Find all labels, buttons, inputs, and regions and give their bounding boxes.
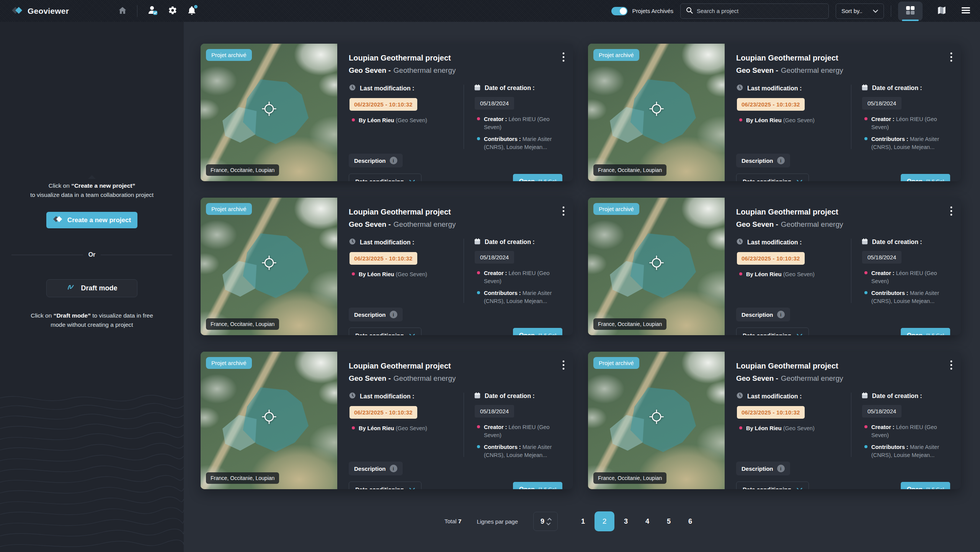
app-title: Geoviewer bbox=[28, 7, 69, 16]
data-conditioning-button[interactable]: Data conditioning bbox=[349, 174, 421, 181]
data-conditioning-button[interactable]: Data conditioning bbox=[349, 328, 421, 335]
card-menu-button[interactable] bbox=[562, 52, 565, 63]
open-project-button[interactable]: Open [1,5 Go] bbox=[513, 328, 562, 335]
description-chip[interactable]: Description i bbox=[736, 308, 790, 321]
sort-by-dropdown[interactable]: Sort by.. bbox=[836, 3, 884, 19]
page-button-2[interactable]: 2 bbox=[595, 511, 614, 531]
rows-per-page-label: Lignes par page bbox=[477, 518, 518, 525]
project-map-thumbnail[interactable]: Projet archivé France, Occitanie, Loupia… bbox=[201, 352, 337, 489]
open-label: Open bbox=[907, 486, 923, 489]
creation-column: Date of creation : 05/18/2024 Creator : … bbox=[474, 238, 562, 305]
notification-dot bbox=[194, 5, 198, 8]
search-input[interactable] bbox=[697, 8, 823, 14]
data-conditioning-button[interactable]: Data conditioning bbox=[736, 174, 809, 181]
data-conditioning-label: Data conditioning bbox=[743, 178, 791, 181]
archived-badge: Projet archivé bbox=[206, 49, 252, 61]
header-divider bbox=[891, 5, 891, 17]
pink-bullet-icon bbox=[352, 426, 355, 429]
crosshair-icon bbox=[649, 255, 664, 272]
draft-mode-label: Draft mode bbox=[81, 284, 117, 292]
pagination-bar: Total 7 Lignes par page 9 123456 bbox=[184, 511, 961, 531]
data-conditioning-button[interactable]: Data conditioning bbox=[349, 482, 421, 489]
description-label: Description bbox=[354, 157, 386, 164]
clock-icon bbox=[736, 392, 743, 401]
open-project-button[interactable]: Open [1,5 Go] bbox=[513, 174, 562, 181]
page-button-5[interactable]: 5 bbox=[659, 511, 679, 531]
card-column-divider bbox=[851, 393, 851, 457]
project-map-thumbnail[interactable]: Projet archivé France, Occitanie, Loupia… bbox=[588, 44, 725, 181]
crosshair-icon bbox=[649, 409, 664, 426]
date-of-creation-label: Date of creation : bbox=[485, 393, 535, 400]
project-subtitle: Geo Seven - Geothermal energy bbox=[736, 220, 950, 229]
page-button-4[interactable]: 4 bbox=[637, 511, 657, 531]
project-subtitle: Geo Seven - Geothermal energy bbox=[736, 66, 950, 75]
data-conditioning-button[interactable]: Data conditioning bbox=[736, 328, 809, 335]
open-project-button[interactable]: Open [1,5 Go] bbox=[901, 174, 950, 181]
data-conditioning-label: Data conditioning bbox=[355, 178, 404, 181]
project-card: Projet archivé France, Occitanie, Loupia… bbox=[201, 198, 573, 335]
project-subtitle: Geo Seven - Geothermal energy bbox=[349, 66, 562, 75]
last-modification-date: 06/23/2025 - 10:10:32 bbox=[350, 406, 417, 419]
project-size: [1,5 Go] bbox=[926, 179, 944, 181]
grid-view-button[interactable] bbox=[898, 2, 923, 21]
data-conditioning-label: Data conditioning bbox=[355, 332, 404, 335]
page-button-1[interactable]: 1 bbox=[573, 511, 593, 531]
project-size: [1,5 Go] bbox=[539, 486, 556, 489]
calendar-icon bbox=[861, 84, 868, 92]
card-menu-button[interactable] bbox=[950, 360, 952, 371]
last-modification-label: Last modification : bbox=[360, 85, 414, 92]
chevron-down-icon bbox=[797, 332, 802, 335]
archived-projects-toggle[interactable] bbox=[611, 7, 627, 15]
card-menu-button[interactable] bbox=[950, 206, 952, 217]
modified-by-row: By Léon Rieu (Geo Seven) bbox=[349, 424, 464, 432]
data-conditioning-label: Data conditioning bbox=[743, 486, 791, 489]
calendar-icon bbox=[861, 392, 868, 400]
card-menu-button[interactable] bbox=[562, 206, 565, 217]
project-title: Loupian Geothermal project bbox=[349, 208, 562, 216]
page-button-6[interactable]: 6 bbox=[680, 511, 700, 531]
create-new-project-button[interactable]: Create a new project bbox=[46, 212, 137, 228]
card-menu-button[interactable] bbox=[950, 52, 952, 63]
project-size: [1,5 Go] bbox=[926, 486, 944, 489]
description-chip[interactable]: Description i bbox=[736, 154, 790, 167]
project-org: Geo Seven - bbox=[736, 220, 778, 229]
contributors-row: Contributors : Marie Asiter (CNRS), Loui… bbox=[474, 289, 561, 305]
settings-button[interactable] bbox=[168, 6, 177, 16]
open-project-button[interactable]: Open [1,5 Go] bbox=[513, 482, 562, 489]
draft-mode-button[interactable]: Draft mode bbox=[46, 279, 137, 297]
calendar-icon bbox=[474, 84, 481, 92]
notifications-button[interactable] bbox=[187, 6, 196, 16]
data-conditioning-button[interactable]: Data conditioning bbox=[736, 482, 809, 489]
main-menu-button[interactable] bbox=[961, 6, 971, 16]
total-count: Total 7 bbox=[444, 518, 461, 525]
calendar-icon bbox=[861, 238, 868, 246]
creation-date: 05/18/2024 bbox=[475, 251, 514, 264]
description-chip[interactable]: Description i bbox=[736, 462, 790, 475]
map-view-button[interactable] bbox=[929, 2, 954, 21]
account-button[interactable] bbox=[147, 5, 158, 16]
project-map-thumbnail[interactable]: Projet archivé France, Occitanie, Loupia… bbox=[201, 198, 337, 335]
project-card-content: Loupian Geothermal project Geo Seven - G… bbox=[337, 198, 573, 335]
card-menu-button[interactable] bbox=[562, 360, 565, 371]
open-project-button[interactable]: Open [1,5 Go] bbox=[901, 328, 950, 335]
rows-per-page-stepper[interactable]: 9 bbox=[533, 512, 558, 531]
description-chip[interactable]: Description i bbox=[349, 154, 403, 167]
description-chip[interactable]: Description i bbox=[349, 308, 403, 321]
crosshair-icon bbox=[261, 101, 277, 118]
description-chip[interactable]: Description i bbox=[349, 462, 403, 475]
open-project-button[interactable]: Open [1,5 Go] bbox=[901, 482, 950, 489]
page-button-3[interactable]: 3 bbox=[616, 511, 636, 531]
pink-bullet-icon bbox=[864, 117, 867, 120]
project-map-thumbnail[interactable]: Projet archivé France, Occitanie, Loupia… bbox=[201, 44, 337, 181]
bell-icon bbox=[187, 6, 196, 16]
hamburger-menu-icon bbox=[961, 6, 971, 16]
project-category: Geothermal energy bbox=[781, 220, 843, 229]
project-subtitle: Geo Seven - Geothermal energy bbox=[349, 374, 562, 383]
project-map-thumbnail[interactable]: Projet archivé France, Occitanie, Loupia… bbox=[588, 198, 725, 335]
card-column-divider bbox=[851, 85, 851, 149]
home-button[interactable] bbox=[118, 6, 127, 16]
project-map-thumbnail[interactable]: Projet archivé France, Occitanie, Loupia… bbox=[588, 352, 725, 489]
search-icon bbox=[686, 7, 693, 15]
project-subtitle: Geo Seven - Geothermal energy bbox=[349, 220, 562, 229]
location-label: France, Occitanie, Loupian bbox=[593, 472, 666, 484]
